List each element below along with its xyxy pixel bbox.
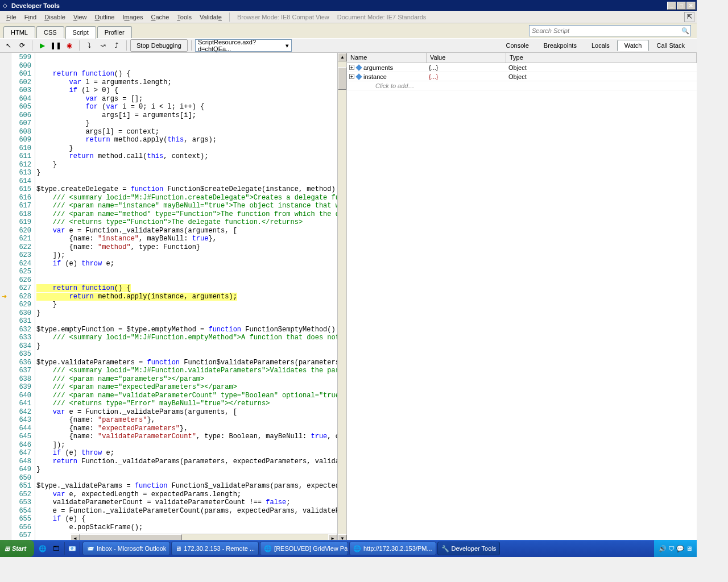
watch-type: Object <box>506 64 697 71</box>
refresh-button[interactable]: ⟳ <box>16 39 28 52</box>
windows-logo-icon: ⊞ <box>5 545 10 552</box>
stop-button[interactable]: ◉ <box>63 39 76 52</box>
right-tab-breakpoints[interactable]: Breakpoints <box>536 40 584 51</box>
search-icon[interactable]: 🔍 <box>680 27 690 35</box>
taskbar-item[interactable]: 🌐http://172.30.2.153/PM... <box>349 542 436 555</box>
expand-icon[interactable]: + <box>349 65 354 70</box>
watch-row[interactable]: +instance{...}Object <box>347 72 697 81</box>
task-label: Developer Tools <box>452 545 497 552</box>
menu-separator <box>229 13 230 22</box>
outlook-icon[interactable]: 📧 <box>66 542 78 555</box>
desktop-icon[interactable]: 🗔 <box>49 542 62 555</box>
breakpoint-gutter[interactable]: ➜ <box>0 53 11 543</box>
close-button[interactable]: ✕ <box>686 2 696 10</box>
variable-icon <box>355 73 362 80</box>
taskbar-item[interactable]: 🖥172.30.2.153 - Remote ... <box>171 542 259 555</box>
watch-value: {...} <box>427 73 506 80</box>
tab-script[interactable]: Script <box>65 26 96 39</box>
tab-css[interactable]: CSS <box>36 26 64 38</box>
add-watch-text[interactable]: Click to add… <box>347 82 414 89</box>
tray-icon[interactable]: 🔊 <box>659 545 667 552</box>
step-into-button[interactable]: ⤵ <box>83 39 96 52</box>
start-button[interactable]: ⊞ Start <box>0 540 34 557</box>
vertical-scrollbar[interactable]: ▲ ▼ <box>337 53 346 543</box>
minimize-button[interactable]: _ <box>667 2 676 10</box>
column-name[interactable]: Name <box>347 53 427 63</box>
toolbar-separator <box>191 40 192 51</box>
watch-grid: Name Value Type +arguments{...}Object+in… <box>347 53 697 543</box>
search-input[interactable] <box>530 27 680 34</box>
task-icon: 🌐 <box>264 545 272 552</box>
scroll-track[interactable] <box>338 90 346 534</box>
task-items: 📨Inbox - Microsoft Outlook🖥172.30.2.153 … <box>80 542 654 555</box>
scroll-thumb[interactable] <box>338 67 346 90</box>
tab-html[interactable]: HTML <box>3 26 35 38</box>
window-buttons: _ □ ✕ <box>667 2 696 10</box>
menubar: File Find Disable View Outline Images Ca… <box>0 11 697 23</box>
task-label: http://172.30.2.153/PM... <box>363 545 432 552</box>
watch-name: instance <box>363 73 387 80</box>
continue-button[interactable]: ▶ <box>36 39 48 52</box>
step-out-button[interactable]: ⤴ <box>110 39 123 52</box>
watch-type: Object <box>506 73 697 80</box>
taskbar-item[interactable]: 🔧Developer Tools <box>437 542 500 555</box>
menu-images[interactable]: Images <box>118 13 147 22</box>
tab-profiler[interactable]: Profiler <box>97 26 132 38</box>
browser-mode[interactable]: Browser Mode: IE8 Compat View <box>233 13 333 22</box>
menu-cache[interactable]: Cache <box>147 13 173 22</box>
menu-validate[interactable]: Validate <box>196 13 226 22</box>
menu-view[interactable]: View <box>69 13 91 22</box>
pin-button[interactable]: ⇱ <box>684 12 694 22</box>
column-type[interactable]: Type <box>506 53 697 63</box>
task-label: [RESOLVED] GridView Pa... <box>274 545 348 552</box>
main-area: ➜ 599 600 601 602 603 604 605 606 607 60… <box>0 53 697 543</box>
system-tray[interactable]: 🔊 🛡 💬 🖥 <box>654 540 697 557</box>
pause-button[interactable]: ❚❚ <box>49 39 62 52</box>
menu-tools[interactable]: Tools <box>173 13 196 22</box>
window-title: Developer Tools <box>11 2 667 9</box>
tray-icon[interactable]: 💬 <box>676 545 684 552</box>
code-pane: ➜ 599 600 601 602 603 604 605 606 607 60… <box>0 53 347 543</box>
start-label: Start <box>12 545 26 552</box>
task-label: Inbox - Microsoft Outlook <box>97 545 166 552</box>
scroll-up-button[interactable]: ▲ <box>338 53 347 61</box>
menu-file[interactable]: File <box>2 13 20 22</box>
taskbar-item[interactable]: 📨Inbox - Microsoft Outlook <box>82 542 170 555</box>
maximize-button[interactable]: □ <box>677 2 686 10</box>
watch-value: {...} <box>427 64 506 71</box>
code-content[interactable]: return function() { var l = arguments.le… <box>35 53 337 540</box>
tray-icon[interactable]: 🖥 <box>686 545 692 552</box>
column-value[interactable]: Value <box>427 53 506 63</box>
menu-disable[interactable]: Disable <box>40 13 69 22</box>
tray-icon[interactable]: 🛡 <box>668 545 675 552</box>
task-icon: 🖥 <box>175 545 181 552</box>
code-area[interactable]: return function() { var l = arguments.le… <box>35 53 337 543</box>
variable-icon <box>355 64 362 70</box>
menu-outline[interactable]: Outline <box>91 13 119 22</box>
taskbar-item[interactable]: 🌐[RESOLVED] GridView Pa... <box>260 542 348 555</box>
step-over-button[interactable]: ⤻ <box>97 39 109 52</box>
right-tab-locals[interactable]: Locals <box>584 40 617 51</box>
ie-icon[interactable]: 🌐 <box>36 542 49 555</box>
toolbar-separator <box>32 40 32 51</box>
toolbar-separator <box>79 40 80 51</box>
toolbar: ↖ ⟳ ▶ ❚❚ ◉ ⤵ ⤻ ⤴ Stop Debugging ScriptRe… <box>0 38 697 53</box>
select-element-button[interactable]: ↖ <box>2 39 15 52</box>
watch-pane: Name Value Type +arguments{...}Object+in… <box>347 53 697 543</box>
devtools-icon: ◇ <box>1 2 9 10</box>
expand-icon[interactable]: + <box>349 74 354 79</box>
top-tab-row: HTMLCSSScriptProfiler 🔍 <box>0 23 697 38</box>
right-tab-console[interactable]: Console <box>498 40 536 51</box>
right-tab-watch[interactable]: Watch <box>617 40 650 51</box>
menu-find[interactable]: Find <box>20 13 40 22</box>
right-tab-call-stack[interactable]: Call Stack <box>649 40 692 51</box>
stop-debugging-button[interactable]: Stop Debugging <box>130 39 188 52</box>
titlebar: ◇ Developer Tools _ □ ✕ <box>0 0 697 11</box>
task-icon: 🌐 <box>353 545 361 552</box>
chevron-down-icon: ▾ <box>286 42 289 49</box>
document-mode[interactable]: Document Mode: IE7 Standards <box>333 13 431 22</box>
search-script-box[interactable]: 🔍 <box>529 25 691 36</box>
watch-row[interactable]: +arguments{...}Object <box>347 63 697 72</box>
watch-add-row[interactable]: Click to add… <box>347 81 697 90</box>
script-file-dropdown[interactable]: ScriptResource.axd?d=chtQEa... ▾ <box>195 39 292 52</box>
